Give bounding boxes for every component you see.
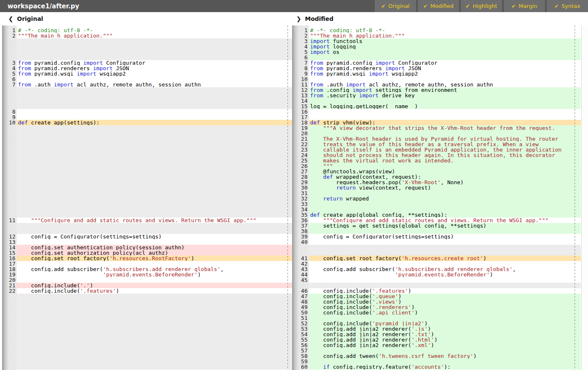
code-line[interactable]: from pyramid.wsgi import wsgiapp2 [17,71,292,76]
diff-row: 47 config.include('.queue') [292,294,588,299]
code-line[interactable]: # -*- coding: utf-8 -*- [309,28,581,33]
code-line[interactable]: should not process this header again. In… [309,152,581,158]
code-line[interactable]: config.add_jinja2_renderer('.html') [309,337,581,342]
code-line[interactable]: import os [309,49,581,55]
code-line[interactable]: """The main h application.""" [17,33,292,38]
code-line[interactable]: from pyramid.config import Configurator [309,60,581,66]
code-line[interactable]: log = logging.getLogger(__name__) [309,104,581,109]
code-line[interactable]: config.add_jinja2_renderer('.js') [309,326,581,332]
code-line[interactable]: callable itself is an embedded Pyramid a… [309,147,581,152]
code-line[interactable]: config.include('.api_client') [309,310,581,315]
code-line[interactable]: config.include('.features') [17,288,292,294]
diff-row: 33 [292,201,588,207]
code-line[interactable]: config = Configurator(settings=settings) [309,234,581,239]
code-line[interactable]: config.include('pyramid_jinja2') [309,321,581,326]
code-line[interactable] [17,76,292,82]
code-line[interactable]: from .auth import acl_authz, remote_auth… [309,82,581,87]
code-line[interactable]: from pyramid.wsgi import wsgiapp2 [309,71,581,76]
code-line[interactable] [309,315,581,321]
code-line [17,315,292,321]
code-line[interactable]: config.include('.') [17,283,292,288]
code-line[interactable]: from .config import settings_from_enviro… [309,87,581,93]
code-line[interactable]: config.add_jinja2_renderer('.xml') [309,342,581,348]
code-line[interactable] [309,239,581,245]
code-line[interactable]: from pyramid.renderers import JSON [17,66,292,71]
code-line[interactable] [309,348,581,353]
code-line[interactable] [17,109,292,114]
code-line[interactable]: return view(context, request) [309,185,581,190]
code-line[interactable]: config = Configurator(settings=settings) [17,234,292,239]
code-line[interactable]: def strip_vhm(view): [309,120,581,125]
diff-row: 49 config.include('.renderers') [292,304,588,310]
code-line[interactable]: """The main h application.""" [309,33,581,38]
code-line[interactable]: def create_app(settings): [17,120,292,125]
code-line[interactable] [309,261,581,266]
chevron-right-icon[interactable]: ❯ [296,15,301,22]
toggle-syntax-button[interactable]: ✔ Syntax [547,0,588,12]
code-line[interactable]: @functools.wraps(view) [309,169,581,174]
code-line[interactable]: """ [309,163,581,169]
code-line[interactable]: config.add_subscriber('h.subscribers.add… [17,266,292,272]
code-line[interactable]: from pyramid.renderers import JSON [309,66,581,71]
code-line[interactable]: """Configure and add static routes and v… [309,218,581,223]
code-line[interactable]: config.add_tween('h.tweens.csrf_tween_fa… [309,353,581,359]
code-line[interactable]: def create_app(global_config, **settings… [309,212,581,218]
code-line[interactable] [309,190,581,196]
original-pane[interactable]: 1# -*- coding: utf-8 -*-2"""The main h a… [0,25,292,370]
toggle-original-button[interactable]: ✔ Original [375,0,416,12]
toggle-modified-button[interactable]: ✔ Modified [418,0,459,12]
code-line[interactable] [309,277,581,283]
code-line[interactable] [309,98,581,104]
code-line[interactable]: from .security import derive_key [309,93,581,98]
code-line[interactable]: import logging [309,44,581,49]
code-line [17,158,292,163]
code-line[interactable] [309,228,581,234]
scrollbar-track[interactable] [581,25,588,370]
code-line[interactable] [309,131,581,136]
code-line[interactable]: treats the value of this header as a tra… [309,142,581,147]
code-line[interactable]: def wrapped(context, request): [309,174,581,180]
code-line[interactable]: The X-Vhm-Root header is used by Pyramid… [309,136,581,142]
code-line[interactable]: config.include('.queue') [309,294,581,299]
code-line[interactable]: config.set_authorization_policy(acl_auth… [17,250,292,256]
code-line[interactable] [17,114,292,120]
code-line[interactable]: config.add_jinja2_renderer('.txt') [309,332,581,337]
code-line[interactable] [309,359,581,364]
code-line[interactable] [309,201,581,207]
code-line[interactable]: """Configure and add static routes and v… [17,218,292,223]
code-line[interactable] [309,76,581,82]
code-line[interactable]: if config.registry.feature('accounts'): [309,364,581,370]
code-line[interactable]: config.include('.renderers') [309,304,581,310]
code-line[interactable]: makes the virtual root work as intended. [309,158,581,163]
code-line[interactable]: config.include('.features') [309,288,581,294]
code-line[interactable]: """A view decorator that strips the X-Vh… [309,125,581,131]
code-line[interactable]: config.set_authentication_policy(session… [17,245,292,250]
code-line[interactable] [17,261,292,266]
code-line[interactable]: config.set_root_factory('h.resources.Roo… [17,256,292,261]
code-line[interactable] [309,109,581,114]
code-line[interactable]: request.headers.pop('X-Vhm-Root', None) [309,180,581,185]
code-line[interactable]: 'pyramid.events.BeforeRender') [309,272,581,277]
code-line[interactable]: 'pyramid.events.BeforeRender') [17,272,292,277]
code-line[interactable] [309,55,581,60]
diff-row: 13 [0,239,292,245]
code-line[interactable]: from pyramid.config import Configurator [17,60,292,66]
code-line[interactable]: settings = get_settings(global_config, *… [309,223,581,228]
code-line[interactable]: config.add_subscriber('h.subscribers.add… [309,266,581,272]
chevron-left-icon[interactable]: ❮ [8,15,13,22]
code-line[interactable]: # -*- coding: utf-8 -*- [17,28,292,33]
code-line [17,201,292,207]
code-line[interactable] [17,277,292,283]
code-line[interactable]: config.include('.views') [309,299,581,304]
code-line[interactable]: config.set_root_factory('h.resources.cre… [309,256,581,261]
toggle-margin-button[interactable]: ✔ Margin [504,0,545,12]
modified-pane[interactable]: 1# -*- coding: utf-8 -*-2"""The main h a… [292,25,588,370]
code-line [17,190,292,196]
code-line[interactable]: import functools [309,38,581,44]
code-line[interactable] [309,207,581,212]
code-line[interactable] [17,239,292,245]
code-line[interactable]: from .auth import acl_authz, remote_auth… [17,82,292,87]
code-line[interactable] [309,114,581,120]
toggle-highlight-button[interactable]: ✔ Highlight [461,0,502,12]
code-line[interactable]: return wrapped [309,196,581,201]
